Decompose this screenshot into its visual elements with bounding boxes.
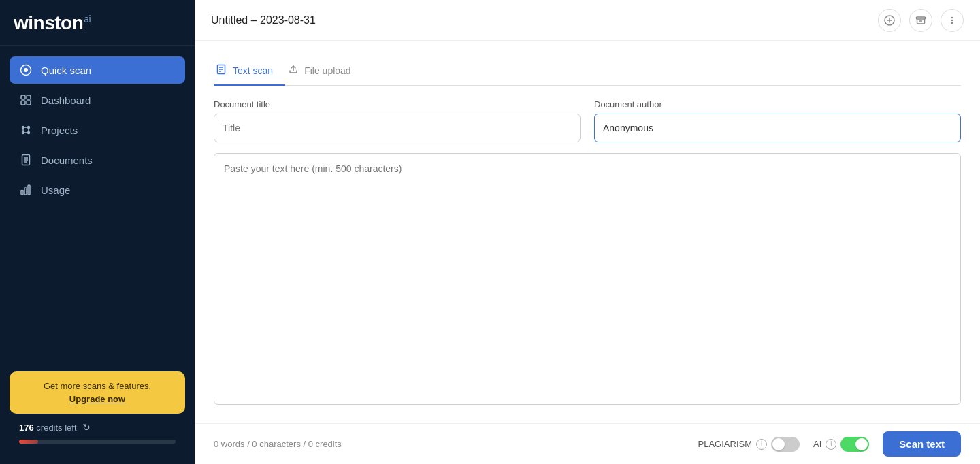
credits-count: 176	[19, 422, 34, 433]
doc-author-label: Document author	[594, 99, 961, 110]
upgrade-banner-text: Get more scans & features.	[20, 381, 174, 391]
svg-point-27	[951, 19, 953, 20]
logo-text: winstonai	[14, 12, 91, 34]
file-upload-tab-icon	[288, 64, 299, 78]
sidebar-bottom: Get more scans & features. Upgrade now 1…	[0, 362, 195, 464]
main-content: Untitled – 2023-08-31	[195, 0, 980, 464]
ai-toggle-track	[840, 437, 869, 452]
tab-text-scan[interactable]: Text scan	[214, 57, 285, 86]
credits-row: 176 credits left ↻	[10, 414, 185, 435]
plagiarism-toggle[interactable]	[771, 437, 800, 452]
quick-scan-icon	[19, 63, 33, 77]
tabs: Text scan File upload	[214, 57, 961, 86]
sidebar-item-usage[interactable]: Usage	[10, 176, 185, 203]
svg-point-26	[951, 16, 953, 18]
credits-text: 176 credits left	[19, 422, 77, 433]
plagiarism-info-icon[interactable]: i	[756, 439, 767, 450]
svg-point-1	[24, 68, 28, 72]
doc-author-field: Document author	[594, 99, 961, 142]
ai-toggle-group: AI i	[813, 437, 869, 452]
quick-scan-button[interactable]: Quick scan	[10, 56, 185, 84]
upgrade-banner[interactable]: Get more scans & features. Upgrade now	[10, 371, 185, 414]
plagiarism-toggle-group: PLAGIARISM i	[698, 437, 800, 452]
document-title: Untitled – 2023-08-31	[211, 14, 316, 27]
topbar: Untitled – 2023-08-31	[195, 0, 980, 41]
logo-ai: ai	[84, 14, 91, 24]
doc-title-label: Document title	[214, 99, 581, 110]
svg-rect-19	[24, 188, 27, 195]
scan-text-button[interactable]: Scan text	[883, 431, 961, 457]
credits-label: credits left	[36, 422, 76, 433]
sidebar-item-documents[interactable]: Documents	[10, 146, 185, 173]
sidebar-item-projects[interactable]: Projects	[10, 116, 185, 144]
doc-author-input[interactable]	[594, 114, 961, 142]
projects-icon	[19, 123, 33, 137]
bottombar-right: PLAGIARISM i AI i Scan text	[698, 431, 961, 457]
svg-rect-2	[21, 95, 25, 99]
content-area: Text scan File upload Document title	[195, 41, 980, 423]
ai-info-icon[interactable]: i	[826, 439, 836, 450]
doc-title-input[interactable]	[214, 114, 581, 142]
bottombar: 0 words / 0 characters / 0 credits PLAGI…	[195, 423, 980, 464]
doc-title-field: Document title	[214, 99, 581, 142]
upgrade-link[interactable]: Upgrade now	[20, 394, 174, 404]
svg-rect-18	[21, 190, 23, 195]
refresh-icon[interactable]: ↻	[82, 422, 91, 433]
credits-bar-fill	[19, 440, 38, 444]
plagiarism-toggle-knob	[772, 438, 785, 450]
svg-rect-20	[28, 185, 30, 195]
svg-rect-5	[27, 101, 31, 105]
more-options-button[interactable]	[941, 9, 964, 32]
add-button[interactable]	[878, 9, 901, 32]
topbar-actions	[878, 9, 964, 32]
usage-icon	[19, 183, 33, 197]
archive-button[interactable]	[909, 9, 932, 32]
text-scan-tab-icon	[216, 64, 227, 78]
svg-rect-4	[21, 101, 25, 105]
tab-file-upload[interactable]: File upload	[285, 57, 363, 86]
ai-toggle[interactable]	[840, 437, 869, 452]
word-count: 0 words / 0 characters / 0 credits	[214, 439, 342, 449]
ai-label: AI	[813, 439, 821, 449]
sidebar-item-dashboard[interactable]: Dashboard	[10, 86, 185, 114]
plagiarism-toggle-track	[771, 437, 800, 452]
form-row: Document title Document author	[214, 99, 961, 142]
credits-bar	[19, 440, 176, 444]
documents-icon	[19, 153, 33, 167]
ai-toggle-knob	[855, 438, 868, 450]
plagiarism-label: PLAGIARISM	[698, 439, 752, 449]
svg-rect-24	[917, 17, 926, 19]
sidebar-nav: Quick scan Dashboard	[0, 46, 195, 362]
logo-area: winstonai	[0, 0, 195, 46]
dashboard-icon	[19, 93, 33, 107]
text-area-wrap	[214, 153, 961, 423]
svg-rect-3	[27, 95, 31, 99]
sidebar: winstonai Quick scan	[0, 0, 195, 464]
main-textarea[interactable]	[214, 153, 961, 405]
svg-point-28	[951, 22, 953, 23]
